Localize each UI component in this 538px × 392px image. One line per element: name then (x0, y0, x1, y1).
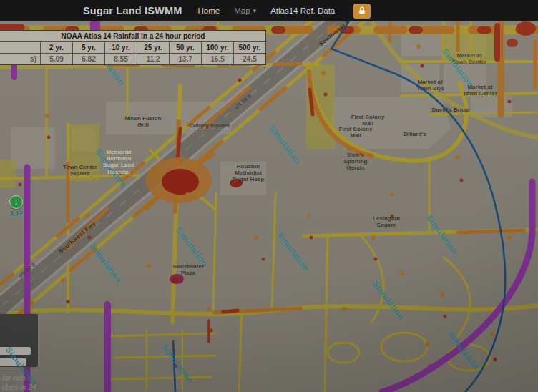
map-marker-label: 1.12 (6, 210, 27, 217)
map-label: Nikon FusionGrill (125, 115, 162, 128)
app-header: Sugar Land ISWMM HomeMap▾Atlas14 Ref. Da… (0, 0, 538, 21)
map-label: Colony Square (190, 122, 230, 129)
rain-row-label: s) (0, 54, 40, 64)
map-label: First ColonyMall (351, 114, 385, 127)
map-label: Dick'sSportingGoods (344, 152, 368, 172)
rainfall-table: NOAA Atlas 14 Rainfall in a 24 hour peri… (0, 30, 266, 65)
rain-value: 24.5 (233, 54, 265, 64)
map-label: SweetwaterPlaza (172, 263, 204, 276)
map-label: MemorialHermannSugar LandHospital (103, 149, 134, 175)
nav-home[interactable]: Home (198, 6, 220, 15)
chevron-down-icon: ▾ (253, 8, 257, 14)
map-label: David's Bridal (431, 107, 469, 113)
rainfall-table-values-row: s) 5.096.828.5511.213.716.524.5 (0, 54, 265, 64)
map-label: Market atTown Center (463, 84, 497, 97)
lock-icon (358, 6, 366, 15)
rain-col-header: 2 yr. (40, 42, 72, 53)
rain-value: 8.55 (104, 54, 137, 64)
rainfall-table-title: NOAA Atlas 14 Rainfall in a 24 hour peri… (0, 31, 265, 42)
map-label: LexingtonSquare (373, 215, 400, 228)
rain-col-header: 100 yr. (201, 42, 233, 53)
header-nav: HomeMap▾Atlas14 Ref. Data (198, 6, 336, 15)
rain-value: 16.5 (201, 54, 233, 64)
map-canvas[interactable]: SimulationSimulationSimulationSimulation… (0, 21, 538, 392)
down-arrow-icon: ↓ (14, 198, 19, 206)
signin-button[interactable] (353, 4, 371, 19)
map-label: Southwest Fwy (318, 21, 357, 47)
rain-value: 13.7 (169, 54, 201, 64)
map-label: Southwest Fwy (57, 220, 97, 255)
rain-col-header: 10 yr. (104, 42, 137, 53)
rain-col-header: 50 yr. (169, 42, 201, 53)
rain-value: 6.82 (72, 54, 104, 64)
rain-value: 11.2 (137, 54, 169, 64)
map-label: US 59 S (18, 262, 37, 279)
map-label: Dillard's (404, 131, 426, 137)
map-label: First ColonyMall (339, 126, 373, 139)
map-label: Town CenterSquare (63, 164, 97, 177)
rain-col-header: 500 yr. (233, 42, 265, 53)
nav-map[interactable]: Map▾ (234, 6, 256, 15)
map-label-layer: Nikon FusionGrillColony SquareMemorialHe… (0, 21, 538, 392)
rainfall-table-header-row: 2 yr.5 yr.10 yr.25 yr.50 yr.100 yr.500 y… (0, 42, 265, 54)
nav-atlas14-ref-data[interactable]: Atlas14 Ref. Data (270, 6, 335, 15)
rain-col-header: 25 yr. (137, 42, 169, 53)
rain-value: 5.09 (40, 54, 72, 64)
app-title: Sugar Land ISWMM (83, 5, 182, 16)
rain-col-header: 5 yr. (72, 42, 104, 53)
map-label: Market atTown Center (452, 52, 486, 65)
rain-row-label-header (0, 42, 40, 53)
map-label: US 59 S (234, 93, 253, 110)
map-label: HoustonMethodistSugar Hosp (233, 163, 265, 183)
map-marker[interactable]: ↓ (9, 195, 23, 209)
app-window: { "header": { "title": "Sugar Land ISWMM… (0, 0, 538, 392)
map-label: Market atTown Squ (416, 79, 444, 92)
